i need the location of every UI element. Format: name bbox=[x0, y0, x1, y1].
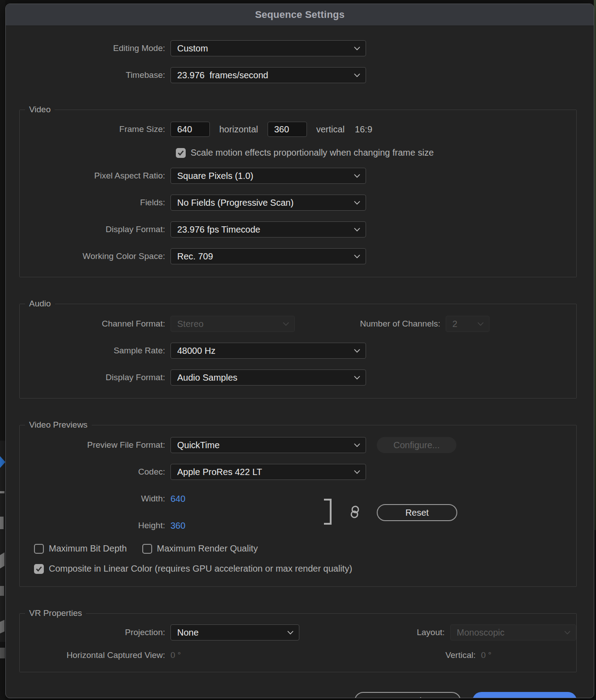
number-of-channels-select: 2 bbox=[446, 316, 490, 332]
horizontal-label: horizontal bbox=[210, 124, 268, 135]
preview-height-label: Height: bbox=[20, 521, 170, 530]
maximum-bit-depth-checkbox[interactable] bbox=[34, 544, 44, 554]
dialog-titlebar[interactable]: Sequence Settings bbox=[6, 4, 594, 26]
projection-value: None bbox=[177, 628, 199, 638]
editing-mode-row: Editing Mode: Custom bbox=[6, 40, 594, 56]
toolbar-icon-fragment bbox=[0, 517, 4, 529]
chevron-down-icon bbox=[354, 443, 360, 447]
composite-linear-label: Composite in Linear Color (requires GPU … bbox=[49, 564, 352, 574]
maximum-bit-depth-label: Maximum Bit Depth bbox=[49, 543, 127, 554]
scale-motion-checkbox[interactable] bbox=[176, 148, 186, 158]
maximum-render-quality-checkbox[interactable] bbox=[142, 544, 152, 554]
vr-properties-section: VR Properties Projection: None Layout: M… bbox=[19, 608, 577, 672]
pixel-aspect-ratio-row: Pixel Aspect Ratio: Square Pixels (1.0) bbox=[20, 168, 576, 184]
chevron-down-icon bbox=[354, 228, 360, 232]
codec-value: Apple ProRes 422 LT bbox=[177, 467, 262, 477]
preview-width-value[interactable]: 640 bbox=[170, 494, 185, 504]
frame-height-input[interactable] bbox=[268, 122, 307, 137]
scale-motion-label: Scale motion effects proportionally when… bbox=[191, 148, 434, 158]
video-display-format-select[interactable]: 23.976 fps Timecode bbox=[170, 221, 366, 238]
preview-height-value[interactable]: 360 bbox=[170, 521, 185, 531]
dimension-bracket bbox=[324, 499, 332, 525]
audio-section-legend: Audio bbox=[25, 299, 55, 309]
chevron-down-icon bbox=[477, 322, 484, 326]
working-color-space-label: Working Color Space: bbox=[20, 251, 170, 261]
toolbar-icon-fragment bbox=[0, 491, 4, 493]
projection-select[interactable]: None bbox=[170, 624, 299, 641]
chevron-down-icon bbox=[354, 255, 360, 259]
codec-label: Codec: bbox=[20, 467, 170, 477]
vr-properties-legend: VR Properties bbox=[25, 608, 86, 618]
toolbar-icon-fragment bbox=[0, 586, 4, 596]
timebase-select[interactable]: 23.976 frames/second bbox=[170, 67, 366, 83]
chevron-down-icon bbox=[354, 470, 360, 474]
preview-file-format-label: Preview File Format: bbox=[20, 440, 170, 450]
video-previews-legend: Video Previews bbox=[25, 420, 92, 430]
render-options-row: Maximum Bit Depth Maximum Render Quality bbox=[34, 543, 576, 554]
timebase-row: Timebase: 23.976 frames/second bbox=[6, 67, 594, 83]
sequence-settings-dialog: Sequence Settings Editing Mode: Custom T… bbox=[5, 4, 594, 698]
dialog-body: Editing Mode: Custom Timebase: 23.976 fr… bbox=[6, 26, 594, 698]
play-icon-fragment bbox=[0, 448, 5, 476]
channel-format-value: Stereo bbox=[177, 319, 204, 329]
chevron-down-icon bbox=[354, 174, 360, 178]
preview-file-format-select[interactable]: QuickTime bbox=[170, 437, 366, 453]
fields-row: Fields: No Fields (Progressive Scan) bbox=[20, 195, 576, 211]
pixel-aspect-ratio-label: Pixel Aspect Ratio: bbox=[20, 171, 170, 181]
link-icon[interactable] bbox=[349, 504, 360, 522]
channel-format-row: Channel Format: Stereo Number of Channel… bbox=[20, 316, 576, 332]
audio-display-format-row: Display Format: Audio Samples bbox=[20, 369, 576, 386]
timebase-label: Timebase: bbox=[6, 70, 170, 80]
chevron-down-icon bbox=[287, 631, 294, 635]
frame-width-input[interactable] bbox=[170, 122, 210, 137]
channel-format-select: Stereo bbox=[170, 316, 295, 332]
video-display-format-label: Display Format: bbox=[20, 225, 170, 234]
chevron-down-icon bbox=[354, 73, 360, 77]
chevron-down-icon bbox=[354, 47, 360, 51]
ok-button[interactable]: OK bbox=[473, 692, 577, 698]
dialog-title: Sequence Settings bbox=[255, 9, 345, 21]
number-of-channels-label: Number of Channels: bbox=[295, 319, 446, 329]
horizontal-captured-view-value: 0 ° bbox=[170, 650, 330, 660]
audio-display-format-label: Display Format: bbox=[20, 373, 170, 382]
layout-value: Monoscopic bbox=[457, 628, 505, 638]
composite-linear-checkbox[interactable] bbox=[34, 564, 44, 574]
preview-width-label: Width: bbox=[20, 494, 170, 504]
audio-display-format-select[interactable]: Audio Samples bbox=[170, 369, 366, 386]
horizontal-captured-view-label: Horizontal Captured View: bbox=[20, 650, 170, 660]
timebase-value: 23.976 frames/second bbox=[177, 70, 268, 81]
preview-file-format-value: QuickTime bbox=[177, 440, 220, 450]
codec-select[interactable]: Apple ProRes 422 LT bbox=[170, 464, 366, 480]
projection-label: Projection: bbox=[20, 628, 170, 637]
sample-rate-select[interactable]: 48000 Hz bbox=[170, 343, 366, 359]
preview-dimensions-block: Width: 640 Height: 360 Reset bbox=[20, 493, 576, 531]
number-of-channels-value: 2 bbox=[452, 319, 457, 329]
aspect-ratio-value: 16:9 bbox=[354, 124, 372, 135]
cancel-button[interactable]: Cancel bbox=[354, 692, 461, 698]
reset-button[interactable]: Reset bbox=[377, 504, 457, 521]
editing-mode-value: Custom bbox=[177, 43, 208, 54]
fields-select[interactable]: No Fields (Progressive Scan) bbox=[170, 195, 366, 211]
fields-label: Fields: bbox=[20, 198, 170, 208]
preview-file-format-row: Preview File Format: QuickTime Configure… bbox=[20, 437, 576, 453]
working-color-space-select[interactable]: Rec. 709 bbox=[170, 248, 366, 264]
sample-rate-label: Sample Rate: bbox=[20, 346, 170, 356]
projection-row: Projection: None Layout: Monoscopic bbox=[20, 624, 576, 641]
video-display-format-row: Display Format: 23.976 fps Timecode bbox=[20, 221, 576, 238]
pixel-aspect-ratio-value: Square Pixels (1.0) bbox=[177, 171, 253, 181]
editing-mode-select[interactable]: Custom bbox=[170, 40, 366, 56]
chevron-down-icon bbox=[354, 349, 360, 353]
preview-width-row: Width: 640 bbox=[20, 493, 576, 504]
layout-select: Monoscopic bbox=[450, 624, 576, 641]
audio-section: Audio Channel Format: Stereo Number of C… bbox=[19, 299, 577, 399]
fields-value: No Fields (Progressive Scan) bbox=[177, 198, 294, 208]
chevron-down-icon bbox=[354, 376, 360, 380]
working-color-space-value: Rec. 709 bbox=[177, 251, 213, 262]
chevron-down-icon bbox=[564, 631, 570, 635]
audio-display-format-value: Audio Samples bbox=[177, 373, 238, 383]
pixel-aspect-ratio-select[interactable]: Square Pixels (1.0) bbox=[170, 168, 366, 184]
layout-label: Layout: bbox=[299, 628, 450, 637]
preview-height-row: Height: 360 bbox=[20, 520, 576, 531]
vertical-label: vertical bbox=[307, 124, 354, 135]
background-app-left-edge bbox=[0, 0, 5, 700]
